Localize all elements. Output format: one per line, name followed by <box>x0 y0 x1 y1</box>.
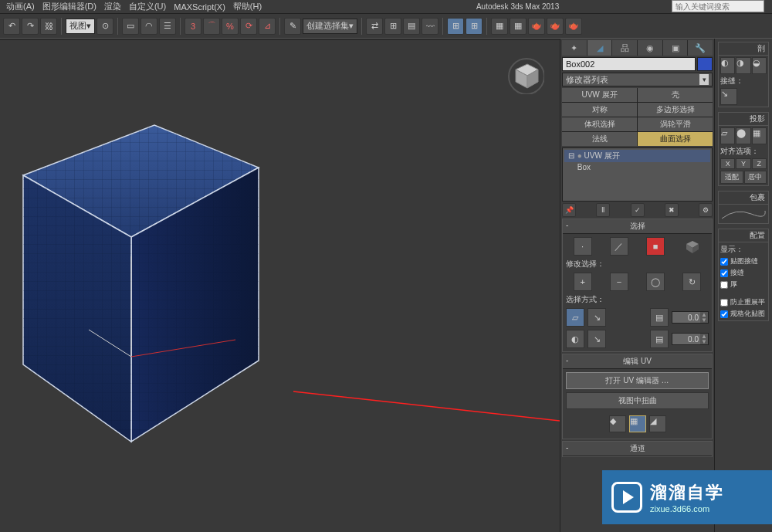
select-by-arrow[interactable]: ↘ <box>587 308 606 327</box>
named-sel-button[interactable]: ✎ <box>284 18 301 35</box>
tab-create[interactable]: ✦ <box>562 40 587 56</box>
mirror-button[interactable]: ⇄ <box>366 18 383 35</box>
subobj-vertex[interactable]: · <box>574 237 592 256</box>
tweak-in-view-button[interactable]: 视图中扭曲 <box>566 392 709 409</box>
rollout-selection-header[interactable]: -选择 <box>563 219 712 234</box>
snap-edge[interactable]: ⊿ <box>259 18 276 35</box>
section-config-header[interactable]: 配置 <box>719 229 768 242</box>
remove-modifier-button[interactable]: ✖ <box>665 203 679 217</box>
section-split-header[interactable]: 剖 <box>719 42 768 56</box>
chk-map-seams[interactable]: 贴图接缝 <box>720 256 767 266</box>
rendered-frame-button[interactable]: ▦ <box>510 18 527 35</box>
configure-sets-button[interactable]: ⚙ <box>699 203 713 217</box>
modifier-stack[interactable]: ⊟ ● UVW 展开 Box <box>562 147 713 202</box>
loop-selection[interactable]: ↻ <box>682 273 701 291</box>
menu-customize[interactable]: 自定义(U) <box>126 0 169 13</box>
section-project-header[interactable]: 投影 <box>719 113 768 126</box>
snap-percent[interactable]: % <box>222 18 239 35</box>
select-by-planar[interactable]: ▱ <box>566 308 584 327</box>
help-search-input[interactable] <box>672 0 764 12</box>
snap-toggle[interactable]: 3 <box>185 18 201 35</box>
quick-planar-button[interactable]: ◆ <box>609 415 626 432</box>
pin-stack-button[interactable]: 📌 <box>562 203 576 217</box>
mod-volselect[interactable]: 体积选择 <box>562 117 637 131</box>
align-x-button[interactable]: X <box>720 158 735 169</box>
use-pivot-button[interactable]: ⊙ <box>96 18 113 35</box>
quick-peel-button[interactable]: ◢ <box>649 415 666 432</box>
select-value-spinner[interactable]: ▲▼ <box>672 333 709 345</box>
render-button[interactable]: 🫖 <box>528 18 545 35</box>
project-cyl[interactable]: ⬤ <box>736 127 750 144</box>
named-sel-dropdown[interactable]: 创建选择集 ▾ <box>303 19 357 34</box>
fit-button[interactable]: 适配 <box>720 171 743 184</box>
select-by-sg[interactable]: ◐ <box>566 330 584 348</box>
chk-prevent-reflatten[interactable]: 防止重展平 <box>720 297 767 307</box>
tab-hierarchy[interactable]: 品 <box>612 40 637 56</box>
chk-normalize-map[interactable]: 规格化贴图 <box>720 309 767 319</box>
project-box[interactable]: ▦ <box>752 127 767 144</box>
align-z-button[interactable]: Z <box>752 158 767 169</box>
project-planar[interactable]: ▱ <box>720 127 735 144</box>
split-tool-1[interactable]: ◐ <box>720 57 735 74</box>
render-prod-button[interactable]: 🫖 <box>547 18 564 35</box>
chk-seams[interactable]: 接缝 <box>720 268 767 278</box>
ring-selection[interactable]: ◯ <box>646 273 665 291</box>
mod-surfselect[interactable]: 曲面选择 <box>638 132 713 146</box>
shrink-selection[interactable]: − <box>610 273 628 291</box>
center-button[interactable]: 居中 <box>744 171 767 184</box>
split-tool-2[interactable]: ◑ <box>736 57 750 74</box>
render-setup-button[interactable]: ▦ <box>491 18 508 35</box>
chk-thick[interactable]: 厚 <box>720 280 767 290</box>
object-name-input[interactable] <box>562 57 696 71</box>
snap-angle[interactable]: ⌒ <box>203 18 220 35</box>
select-by-matid[interactable]: ▤ <box>650 308 669 327</box>
menu-help[interactable]: 帮助(H) <box>230 0 265 13</box>
subobj-element[interactable] <box>682 237 701 256</box>
curve-editor-button[interactable]: 〰 <box>422 18 438 35</box>
layers-button[interactable]: ▤ <box>403 18 420 35</box>
select-threshold-spinner[interactable]: ▲▼ <box>672 311 709 324</box>
select-button[interactable]: ▭ <box>122 18 139 35</box>
make-unique-button[interactable]: ✓ <box>631 203 645 217</box>
menu-graph-editors[interactable]: 图形编辑器(D) <box>39 0 100 13</box>
mod-normal[interactable]: 法线 <box>562 132 637 146</box>
mod-shell[interactable]: 壳 <box>638 88 713 102</box>
material-button[interactable]: ⊞ <box>466 18 482 35</box>
rollout-edit-uv-header[interactable]: -编辑 UV <box>563 354 712 369</box>
mod-turbosmooth[interactable]: 涡轮平滑 <box>638 117 713 131</box>
grow-selection[interactable]: + <box>574 273 592 291</box>
mod-symmetry[interactable]: 对称 <box>562 103 637 117</box>
menu-maxscript[interactable]: MAXScript(X) <box>171 2 229 12</box>
split-tool-3[interactable]: ◒ <box>752 57 767 74</box>
mod-polyselect[interactable]: 多边形选择 <box>638 103 713 117</box>
view-cube[interactable] <box>506 56 544 94</box>
subobj-face[interactable]: ■ <box>646 237 665 256</box>
snap-spinner[interactable]: ⟳ <box>240 18 257 35</box>
quick-box-button[interactable]: ▦ <box>629 415 646 432</box>
section-wrap-header[interactable]: 包裹 <box>719 191 768 205</box>
quick-render-button[interactable]: 🫖 <box>565 18 582 35</box>
modifier-list-dropdown[interactable]: 修改器列表▾ <box>562 73 713 86</box>
object-color-swatch[interactable] <box>697 57 713 71</box>
rollout-channel-header[interactable]: -通道 <box>563 442 712 456</box>
mod-uvw-unwrap[interactable]: UVW 展开 <box>562 88 637 102</box>
stack-box[interactable]: Box <box>564 162 710 172</box>
lasso-button[interactable]: ◠ <box>141 18 157 35</box>
select-by-name-button[interactable]: ☰ <box>159 18 176 35</box>
align-y-button[interactable]: Y <box>736 158 750 169</box>
redo-button[interactable]: ↷ <box>22 18 39 35</box>
schematic-button[interactable]: ⊞ <box>447 18 464 35</box>
show-end-result-button[interactable]: Ⅱ <box>596 203 610 217</box>
subobj-edge[interactable]: ／ <box>610 237 628 256</box>
menu-rendering[interactable]: 渲染 <box>101 0 124 13</box>
link-button[interactable]: ⛓ <box>40 18 57 35</box>
open-uv-editor-button[interactable]: 打开 UV 编辑器 … <box>566 372 709 389</box>
undo-button[interactable]: ↶ <box>3 18 20 35</box>
tab-display[interactable]: ▣ <box>663 40 688 56</box>
select-by-color[interactable]: ▤ <box>650 330 669 348</box>
viewport[interactable] <box>0 39 560 532</box>
menu-animation[interactable]: 动画(A) <box>3 0 38 13</box>
tab-motion[interactable]: ◉ <box>638 40 662 56</box>
tab-utilities[interactable]: 🔧 <box>688 40 713 56</box>
stack-uvw-unwrap[interactable]: ⊟ ● UVW 展开 <box>564 150 710 162</box>
